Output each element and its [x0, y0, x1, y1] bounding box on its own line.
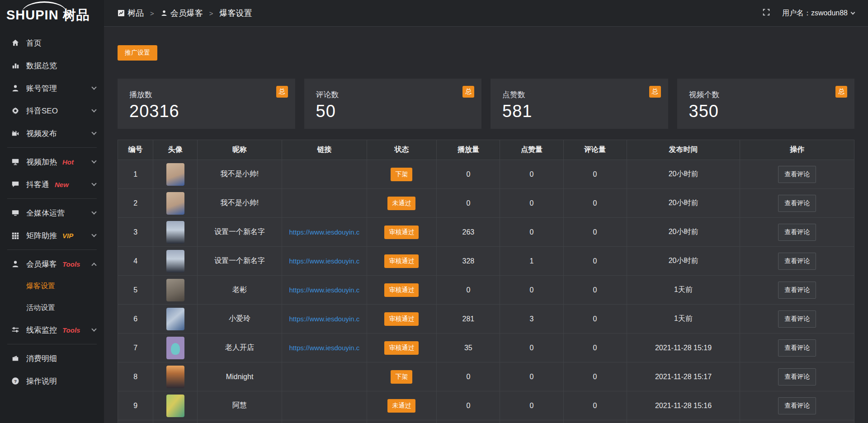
stat-value: 581 [502, 102, 656, 121]
sidebar-divider [7, 249, 97, 250]
home-icon [11, 38, 20, 47]
svg-text:?: ? [14, 379, 17, 384]
user-zone: 用户名：zswodun88 [762, 8, 854, 18]
cell-plays: 328 [437, 247, 500, 276]
stat-label: 视频个数 [689, 89, 843, 100]
col-header-nickname: 昵称 [197, 140, 282, 160]
sidebar-item-label: 消费明细 [26, 353, 57, 364]
breadcrumb-item-member[interactable]: 会员爆客 [170, 8, 203, 19]
cell-publish-time: 20小时前 [627, 218, 740, 247]
view-comments-button[interactable]: 查看评论 [778, 282, 816, 299]
table-row: 5 老彬 https://www.iesdouyin.c 审核通过 0 0 0 … [118, 276, 854, 305]
col-header-link: 链接 [282, 140, 367, 160]
sliders-icon [11, 325, 20, 334]
cell-publish-time: 20小时前 [627, 160, 740, 189]
sidebar-item-account-management[interactable]: 账号管理 [0, 77, 104, 99]
view-comments-button[interactable]: 查看评论 [778, 339, 816, 357]
stat-card-plays: 播放数 20316 总 [118, 79, 295, 129]
chevron-down-icon [91, 107, 96, 112]
sidebar-item-member-baoke[interactable]: 会员爆客 Tools [0, 253, 104, 275]
video-link[interactable]: https://www.iesdouyin.c [289, 228, 359, 236]
stat-label: 播放数 [129, 89, 283, 100]
view-comments-button[interactable]: 查看评论 [778, 253, 816, 270]
sidebar-item-douketong[interactable]: 抖客通 New [0, 173, 104, 196]
cell-plays: 0 [437, 160, 500, 189]
status-badge: 审核通过 [384, 312, 419, 326]
stat-card-likes: 点赞数 581 总 [491, 79, 668, 129]
cell-plays: 0 [437, 362, 500, 391]
username-menu[interactable]: 用户名：zswodun88 [782, 9, 854, 18]
view-comments-button[interactable]: 查看评论 [778, 224, 816, 241]
stat-card-videos: 视频个数 350 总 [677, 79, 855, 129]
gear-icon [11, 106, 20, 115]
topbar: 树品 > 会员爆客 > 爆客设置 用户名：zswodun88 [104, 0, 868, 27]
tools-tag: Tools [62, 260, 80, 268]
cell-likes: 3 [500, 305, 563, 334]
sidebar-item-lead-monitoring[interactable]: 线索监控 Tools [0, 319, 104, 341]
sidebar-item-matrix-boost[interactable]: 矩阵助推 VIP [0, 224, 104, 247]
chevron-down-icon [91, 130, 96, 135]
sidebar-item-instructions[interactable]: ? 操作说明 [0, 370, 104, 392]
person-icon [11, 259, 20, 268]
username-label: 用户名：zswodun88 [782, 9, 848, 18]
cell-no: 3 [118, 218, 153, 247]
video-link[interactable]: https://www.iesdouyin.c [289, 257, 359, 265]
video-link[interactable]: https://www.iesdouyin.c [289, 286, 359, 294]
sidebar-subitem-activity-settings[interactable]: 活动设置 [0, 297, 104, 319]
status-badge: 审核通过 [384, 341, 419, 355]
sidebar-item-home[interactable]: 首页 [0, 32, 104, 54]
view-comments-button[interactable]: 查看评论 [778, 166, 816, 183]
avatar [166, 337, 184, 359]
sidebar-item-spending-details[interactable]: 消费明细 [0, 347, 104, 370]
app-logo: SHUPIN 树品 [0, 0, 104, 28]
sidebar-divider [7, 344, 97, 344]
col-header-comments: 评论量 [563, 140, 627, 160]
chevron-down-icon [91, 326, 96, 331]
sidebar-item-label: 视频加热 [26, 157, 57, 167]
sidebar-item-douyin-seo[interactable]: 抖音SEO [0, 99, 104, 122]
hot-tag: Hot [62, 158, 74, 166]
stat-card-comments: 评论数 50 总 [304, 79, 482, 129]
avatar [166, 395, 184, 417]
fullscreen-icon[interactable] [762, 8, 770, 18]
cell-no: 1 [118, 160, 153, 189]
sidebar-item-data-overview[interactable]: 数据总览 [0, 54, 104, 77]
grid-icon [11, 231, 20, 240]
video-link[interactable]: https://www.iesdouyin.c [289, 315, 359, 323]
cell-publish-time: 1天前 [627, 276, 740, 305]
sidebar-subitem-baoke-settings[interactable]: 爆客设置 [0, 275, 104, 297]
cell-likes: 0 [500, 189, 563, 218]
cell-publish-time: 20小时前 [627, 247, 740, 276]
view-comments-button[interactable]: 查看评论 [778, 195, 816, 212]
total-badge: 总 [649, 86, 661, 98]
chat-bubble-icon [11, 180, 20, 189]
view-comments-button[interactable]: 查看评论 [778, 368, 816, 385]
cell-comments: 0 [563, 334, 627, 362]
view-comments-button[interactable]: 查看评论 [778, 397, 816, 414]
cell-plays: 0 [437, 391, 500, 420]
sidebar-item-video-heating[interactable]: 视频加热 Hot [0, 150, 104, 173]
sidebar-item-label: 账号管理 [26, 83, 57, 94]
sidebar-item-label: 数据总览 [26, 61, 57, 71]
promotion-settings-button[interactable]: 推广设置 [118, 45, 157, 61]
avatar [166, 250, 184, 273]
breadcrumb-separator: > [209, 9, 213, 17]
cell-no: 4 [118, 247, 153, 276]
cell-no: 7 [118, 334, 153, 362]
stat-value: 20316 [129, 102, 283, 121]
table-row: 7 老人开店 https://www.iesdouyin.c 审核通过 35 0… [118, 334, 854, 362]
question-circle-icon: ? [11, 376, 20, 385]
breadcrumb-item-root[interactable]: 树品 [127, 8, 144, 19]
sidebar-item-label: 操作说明 [26, 376, 57, 386]
cell-publish-time: 2021-11-28 15:19 [627, 334, 740, 362]
sidebar-item-video-publish[interactable]: 视频发布 [0, 122, 104, 145]
sidebar-item-omnimedia[interactable]: 全媒体运营 [0, 202, 104, 224]
cell-nickname: 我不是小帅! [197, 160, 282, 189]
cell-nickname: Midnight [197, 362, 282, 391]
view-comments-button[interactable]: 查看评论 [778, 310, 816, 328]
chevron-down-icon [91, 232, 96, 237]
status-badge: 审核通过 [384, 226, 419, 239]
cell-nickname: 设置一个新名字 [197, 218, 282, 247]
video-link[interactable]: https://www.iesdouyin.c [289, 344, 359, 352]
avatar [166, 308, 184, 330]
